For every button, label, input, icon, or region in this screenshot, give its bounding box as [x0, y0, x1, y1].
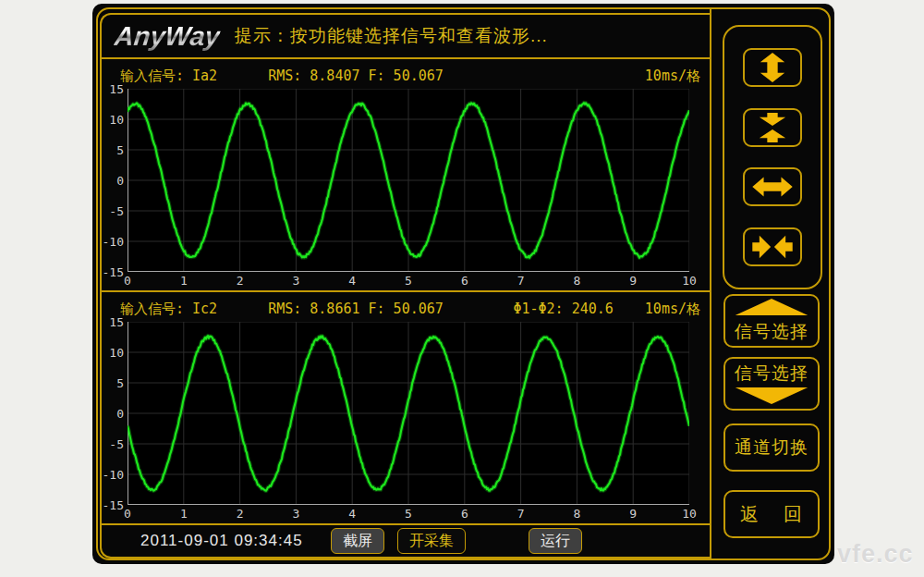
- y-axis-labels: 151050-5-10-15: [102, 322, 128, 505]
- timestamp: 2011-09-01 09:34:45: [140, 532, 303, 550]
- signal-name: 输入信号: Ia2: [120, 68, 217, 85]
- analyzer-screen: AnyWay 提示：按功能键选择信号和查看波形... 输入信号: Ia2 RMS…: [92, 4, 834, 564]
- signal-select-label: 信号选择: [735, 362, 808, 386]
- waveform-2-info-row: 输入信号: Ic2 RMS: 8.8661 F: 50.067 Φ1-Φ2: 2…: [102, 292, 710, 322]
- phase-readout: Φ1-Φ2: 240.6: [513, 301, 613, 317]
- timebase-readout: 10ms/格: [645, 301, 700, 318]
- triangle-down-icon: [730, 387, 813, 407]
- waveform-panel-2: 输入信号: Ic2 RMS: 8.8661 F: 50.067 Φ1-Φ2: 2…: [102, 292, 710, 525]
- signal-select-up-button[interactable]: 信号选择: [723, 294, 820, 348]
- collapse-vertical-button[interactable]: [743, 108, 802, 147]
- hint-message: 提示：按功能键选择信号和查看波形...: [235, 24, 548, 48]
- waveform-1-plot-row: 151050-5-10-15: [102, 89, 710, 272]
- return-button[interactable]: 返 回: [723, 490, 820, 538]
- x-axis-labels: 012345678910: [128, 505, 689, 523]
- waveform-chart-1: [128, 89, 689, 272]
- return-label-right: 回: [784, 502, 803, 527]
- anyway-logo: AnyWay: [113, 21, 221, 52]
- waveform-panel-1: 输入信号: Ia2 RMS: 8.8407 F: 50.067 10ms/格 1…: [102, 59, 710, 292]
- expand-vertical-button[interactable]: [743, 48, 802, 87]
- rms-frequency-readout: RMS: 8.8407 F: 50.067: [268, 68, 444, 84]
- collapse-vertical-icon: [751, 112, 794, 143]
- signal-select-label: 信号选择: [735, 320, 808, 344]
- start-acquire-button[interactable]: 开采集: [397, 528, 466, 554]
- screenshot-button[interactable]: 截屏: [331, 528, 384, 554]
- x-axis-labels: 012345678910: [128, 272, 689, 290]
- expand-horizontal-icon: [751, 171, 794, 203]
- signal-name: 输入信号: Ic2: [120, 301, 217, 318]
- expand-horizontal-button[interactable]: [743, 167, 802, 206]
- main-panel: AnyWay 提示：按功能键选择信号和查看波形... 输入信号: Ia2 RMS…: [100, 13, 710, 559]
- status-bar: 2011-09-01 09:34:45 截屏 开采集 运行: [102, 525, 710, 557]
- sidebar: 信号选择 信号选择 通道切换 返 回: [711, 4, 834, 564]
- rms-frequency-readout: RMS: 8.8661 F: 50.067: [268, 301, 444, 317]
- waveform-2-plot-row: 151050-5-10-15: [102, 322, 710, 505]
- collapse-horizontal-button[interactable]: [743, 227, 802, 266]
- channel-switch-label: 通道切换: [735, 436, 808, 460]
- signal-select-down-button[interactable]: 信号选择: [723, 357, 820, 411]
- zoom-button-group: [723, 25, 822, 289]
- run-button[interactable]: 运行: [529, 528, 582, 554]
- timebase-readout: 10ms/格: [645, 68, 700, 85]
- collapse-horizontal-icon: [751, 231, 794, 263]
- title-bar: AnyWay 提示：按功能键选择信号和查看波形...: [102, 15, 710, 59]
- y-axis-labels: 151050-5-10-15: [102, 89, 128, 272]
- expand-vertical-icon: [751, 52, 794, 83]
- vfe-watermark: vfe.cc: [837, 540, 914, 569]
- waveform-chart-2: [128, 322, 689, 505]
- triangle-up-icon: [730, 299, 813, 318]
- channel-switch-button[interactable]: 通道切换: [723, 424, 820, 472]
- waveform-1-info-row: 输入信号: Ia2 RMS: 8.8407 F: 50.067 10ms/格: [102, 59, 710, 89]
- return-label-left: 返: [740, 502, 760, 527]
